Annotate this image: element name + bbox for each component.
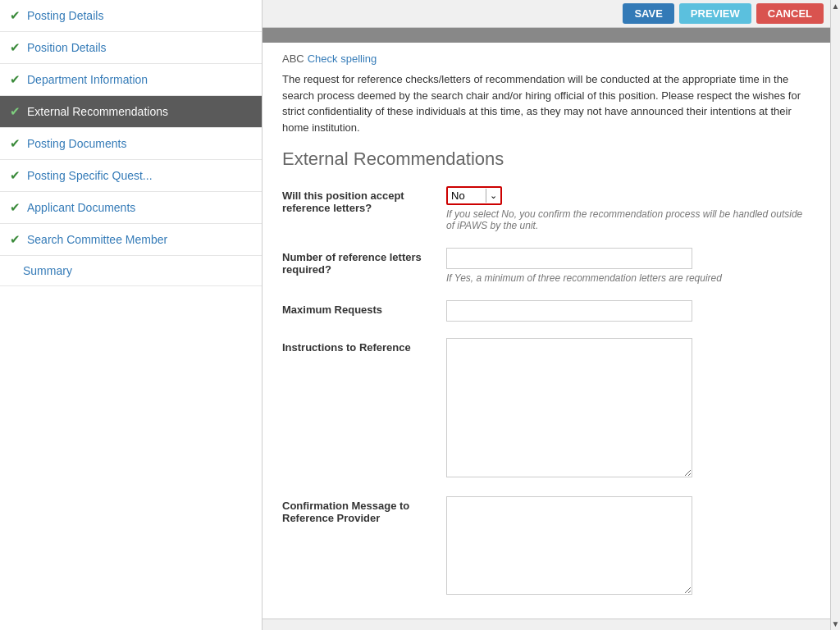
sidebar: ✔ Posting Details ✔ Position Details ✔ D… [0, 0, 262, 630]
sidebar-item-label: External Recommendations [27, 105, 168, 118]
form-row-instructions: Instructions to Reference [282, 338, 810, 480]
check-icon: ✔ [10, 136, 21, 151]
form-label-num-letters: Number of reference letters required? [282, 248, 446, 276]
sidebar-item-label: Applicant Documents [27, 201, 135, 214]
sidebar-item-position-details[interactable]: ✔ Position Details [0, 32, 262, 64]
form-control-confirmation [446, 496, 810, 597]
sidebar-item-label: Posting Documents [27, 137, 126, 150]
textarea-instructions[interactable] [446, 338, 692, 477]
sidebar-item-label: Department Information [27, 73, 148, 86]
section-title: External Recommendations [282, 148, 810, 170]
form-label-accept-reference: Will this position accept reference lett… [282, 186, 446, 214]
check-icon: ✔ [10, 40, 21, 55]
check-icon: ✔ [10, 168, 21, 183]
progress-bar [262, 28, 830, 43]
form-row-confirmation: Confirmation Message to Reference Provid… [282, 496, 810, 597]
form-row-accept-reference: Will this position accept reference lett… [282, 186, 810, 231]
sidebar-item-posting-documents[interactable]: ✔ Posting Documents [0, 128, 262, 160]
content-body: ABC Check spelling The request for refer… [262, 43, 830, 630]
check-icon: ✔ [10, 104, 21, 119]
check-icon: ✔ [10, 72, 21, 87]
sidebar-item-search-committee-member[interactable]: ✔ Search Committee Member [0, 224, 262, 256]
sidebar-item-label: Posting Specific Quest... [27, 169, 153, 182]
sidebar-item-label: Posting Details [27, 9, 103, 22]
check-icon: ✔ [10, 8, 21, 23]
form-hint-num-letters: If Yes, a minimum of three recommendatio… [446, 272, 810, 284]
right-scrollbar[interactable]: ▲ ▼ [830, 0, 840, 630]
form-label-max-requests: Maximum Requests [282, 300, 446, 316]
sidebar-item-label: Search Committee Member [27, 233, 167, 246]
spell-check-row: ABC Check spelling [282, 52, 810, 65]
form-control-num-letters: If Yes, a minimum of three recommendatio… [446, 248, 810, 284]
spell-check-link[interactable]: Check spelling [308, 52, 377, 65]
form-control-accept-reference: No Yes ⌄ If you select No, you confirm t… [446, 186, 810, 231]
sidebar-item-label: Summary [23, 264, 72, 277]
form-row-num-letters: Number of reference letters required? If… [282, 248, 810, 284]
check-icon: ✔ [10, 232, 21, 247]
select-accept-reference[interactable]: No Yes [448, 188, 486, 203]
intro-text: The request for reference checks/letters… [282, 71, 810, 135]
input-num-letters[interactable] [446, 248, 692, 269]
bottom-scrollbar[interactable] [262, 619, 830, 630]
cancel-button[interactable]: CANCEL [756, 3, 824, 24]
dropdown-arrow-icon: ⌄ [486, 189, 500, 203]
form-hint-accept-reference: If you select No, you confirm the recomm… [446, 208, 810, 231]
form-row-max-requests: Maximum Requests [282, 300, 810, 322]
sidebar-item-applicant-documents[interactable]: ✔ Applicant Documents [0, 192, 262, 224]
check-icon: ✔ [10, 200, 21, 215]
form-control-max-requests [446, 300, 810, 322]
sidebar-item-department-information[interactable]: ✔ Department Information [0, 64, 262, 96]
scrollbar-up-arrow[interactable]: ▲ [832, 2, 840, 11]
form-label-confirmation: Confirmation Message to Reference Provid… [282, 496, 446, 524]
sidebar-item-label: Position Details [27, 41, 107, 54]
select-wrapper-accept-reference[interactable]: No Yes ⌄ [446, 186, 502, 205]
top-bar: SAVE PREVIEW CANCEL [262, 0, 830, 28]
form-control-instructions [446, 338, 810, 480]
preview-button[interactable]: PREVIEW [679, 3, 751, 24]
sidebar-item-external-recommendations[interactable]: ✔ External Recommendations [0, 96, 262, 128]
form-label-instructions: Instructions to Reference [282, 338, 446, 354]
sidebar-item-summary[interactable]: Summary [0, 256, 262, 286]
textarea-confirmation[interactable] [446, 496, 692, 595]
input-max-requests[interactable] [446, 300, 692, 322]
content-area: SAVE PREVIEW CANCEL ABC Check spelling T… [262, 0, 830, 630]
save-button[interactable]: SAVE [623, 3, 673, 24]
spell-check-icon: ABC [282, 52, 304, 65]
sidebar-item-posting-details[interactable]: ✔ Posting Details [0, 0, 262, 32]
sidebar-item-posting-specific-quest[interactable]: ✔ Posting Specific Quest... [0, 160, 262, 192]
scrollbar-down-arrow[interactable]: ▼ [832, 619, 840, 628]
